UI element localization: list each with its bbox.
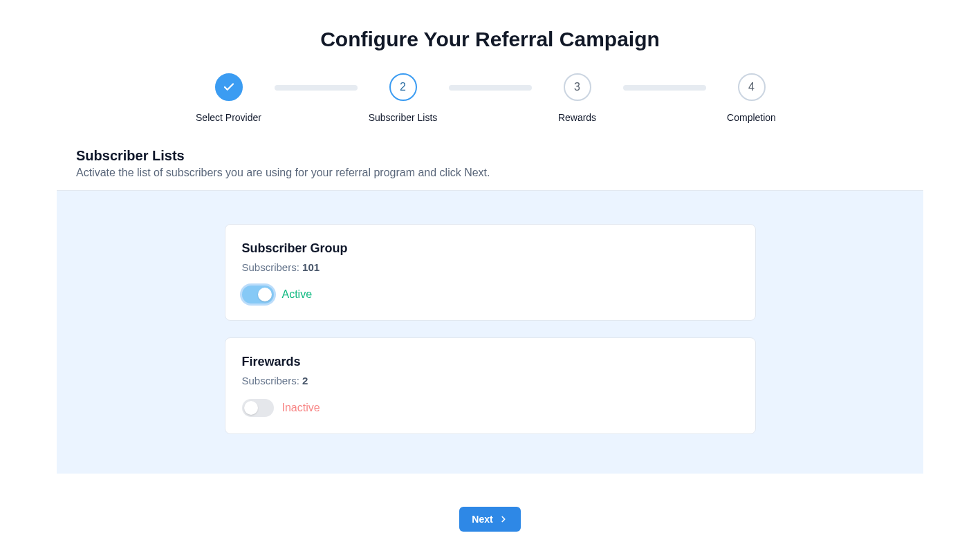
section-title: Subscriber Lists bbox=[76, 148, 963, 164]
stepper: Select Provider 2 Subscriber Lists 3 Rew… bbox=[0, 73, 980, 123]
list-subscriber-count: Subscribers: 2 bbox=[242, 375, 739, 386]
list-subscriber-count: Subscribers: 101 bbox=[242, 261, 739, 273]
toggle-knob bbox=[258, 288, 272, 301]
toggle-row: Active bbox=[242, 286, 739, 303]
step-label-4: Completion bbox=[727, 112, 776, 123]
chevron-right-icon bbox=[499, 514, 508, 524]
step-rewards: 3 Rewards bbox=[543, 73, 612, 123]
section-description: Activate the list of subscribers you are… bbox=[76, 167, 963, 179]
status-label: Inactive bbox=[282, 402, 320, 414]
section-header: Subscriber Lists Activate the list of su… bbox=[0, 148, 980, 179]
subscriber-list-card: Firewards Subscribers: 2 Inactive bbox=[225, 337, 756, 434]
step-connector bbox=[449, 85, 532, 91]
subscribers-value: 2 bbox=[302, 375, 308, 386]
subscribers-label: Subscribers: bbox=[242, 375, 303, 386]
list-name: Subscriber Group bbox=[242, 241, 739, 256]
subscribers-value: 101 bbox=[302, 261, 320, 273]
subscribers-label: Subscribers: bbox=[242, 261, 303, 273]
lists-panel: Subscriber Group Subscribers: 101 Active… bbox=[57, 190, 923, 474]
active-toggle[interactable] bbox=[242, 399, 274, 417]
step-select-provider: Select Provider bbox=[194, 73, 264, 123]
next-button-label: Next bbox=[472, 514, 492, 525]
step-subscriber-lists: 2 Subscriber Lists bbox=[369, 73, 438, 123]
step-circle-3: 3 bbox=[564, 73, 591, 101]
toggle-row: Inactive bbox=[242, 399, 739, 417]
cards-container: Subscriber Group Subscribers: 101 Active… bbox=[225, 224, 756, 434]
status-label: Active bbox=[282, 288, 313, 301]
active-toggle[interactable] bbox=[242, 286, 274, 303]
step-connector bbox=[623, 85, 706, 91]
step-label-2: Subscriber Lists bbox=[369, 112, 438, 123]
step-circle-2: 2 bbox=[389, 73, 417, 101]
step-circle-1 bbox=[215, 73, 243, 101]
page-title: Configure Your Referral Campaign bbox=[0, 28, 980, 51]
next-button[interactable]: Next bbox=[459, 507, 520, 532]
step-label-3: Rewards bbox=[558, 112, 596, 123]
step-completion: 4 Completion bbox=[717, 73, 786, 123]
toggle-knob bbox=[244, 401, 258, 415]
step-circle-4: 4 bbox=[738, 73, 766, 101]
subscriber-list-card: Subscriber Group Subscribers: 101 Active bbox=[225, 224, 756, 321]
check-icon bbox=[223, 81, 235, 93]
step-label-1: Select Provider bbox=[196, 112, 261, 123]
list-name: Firewards bbox=[242, 355, 739, 369]
step-connector bbox=[275, 85, 358, 91]
footer: Next bbox=[0, 474, 980, 551]
